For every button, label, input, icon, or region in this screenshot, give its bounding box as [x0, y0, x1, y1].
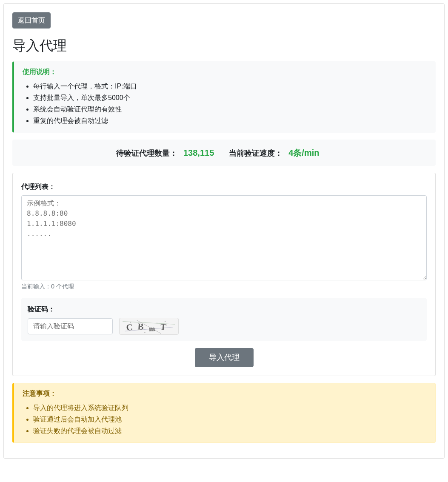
svg-text:T: T	[160, 322, 167, 332]
input-count-value: 0	[51, 283, 54, 290]
svg-text:C: C	[126, 322, 133, 333]
captcha-group: 验证码： C B m T	[21, 298, 427, 341]
instructions-list: 每行输入一个代理，格式：IP:端口 支持批量导入，单次最多5000个 系统会自动…	[23, 81, 427, 126]
proxy-list-label: 代理列表：	[21, 182, 55, 192]
submit-row: 导入代理	[21, 348, 427, 367]
notes-item: 验证通过后会自动加入代理池	[33, 414, 427, 425]
input-count: 当前输入：0 个代理	[21, 282, 427, 291]
pending-count-label: 待验证代理数量：	[116, 149, 177, 157]
instructions-item: 每行输入一个代理，格式：IP:端口	[33, 81, 427, 91]
back-home-button[interactable]: 返回首页	[12, 12, 51, 29]
notes-title: 注意事项：	[23, 388, 427, 399]
input-count-suffix: 个代理	[54, 283, 74, 290]
stats-panel: 待验证代理数量： 138,115 当前验证速度： 4条/min	[12, 140, 436, 166]
pending-count-value: 138,115	[183, 148, 214, 157]
svg-point-11	[157, 323, 157, 324]
proxy-list-textarea[interactable]	[21, 195, 427, 280]
svg-text:m: m	[149, 325, 155, 333]
svg-point-8	[130, 322, 131, 323]
svg-point-10	[165, 321, 166, 322]
main-container: 返回首页 导入代理 使用说明： 每行输入一个代理，格式：IP:端口 支持批量导入…	[3, 3, 445, 459]
notes-panel: 注意事项： 导入的代理将进入系统验证队列 验证通过后会自动加入代理池 验证失败的…	[12, 383, 436, 443]
input-count-prefix: 当前输入：	[21, 283, 51, 290]
instructions-panel: 使用说明： 每行输入一个代理，格式：IP:端口 支持批量导入，单次最多5000个…	[12, 61, 436, 133]
submit-button[interactable]: 导入代理	[195, 348, 254, 367]
instructions-item: 支持批量导入，单次最多5000个	[33, 93, 427, 103]
captcha-image[interactable]: C B m T	[119, 318, 179, 335]
notes-item: 验证失败的代理会被自动过滤	[33, 426, 427, 436]
notes-list: 导入的代理将进入系统验证队列 验证通过后会自动加入代理池 验证失败的代理会被自动…	[23, 403, 427, 436]
instructions-item: 重复的代理会被自动过滤	[33, 116, 427, 126]
proxy-list-group: 代理列表： 当前输入：0 个代理	[21, 182, 427, 291]
captcha-row: C B m T	[28, 318, 420, 335]
svg-text:B: B	[137, 322, 144, 332]
verify-speed-label: 当前验证速度：	[229, 149, 282, 157]
form-card: 代理列表： 当前输入：0 个代理 验证码： C B m T	[12, 173, 436, 376]
verify-speed-value: 4条/min	[288, 148, 319, 157]
captcha-label: 验证码：	[28, 304, 420, 314]
svg-point-9	[145, 332, 146, 333]
instructions-title: 使用说明：	[23, 67, 427, 77]
page-title: 导入代理	[12, 35, 436, 56]
notes-item: 导入的代理将进入系统验证队列	[33, 403, 427, 413]
captcha-input[interactable]	[28, 318, 113, 334]
instructions-item: 系统会自动验证代理的有效性	[33, 104, 427, 114]
